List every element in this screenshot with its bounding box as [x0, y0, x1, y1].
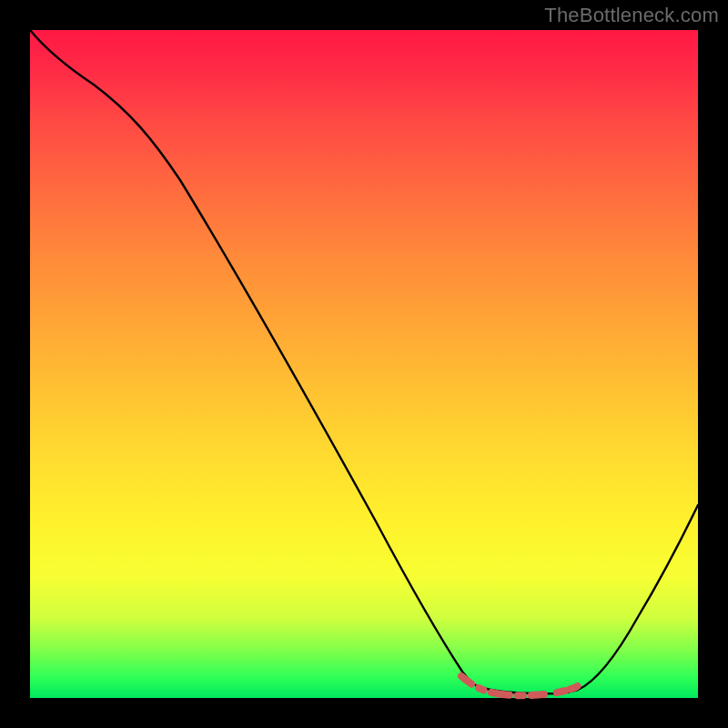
plot-area: [30, 30, 698, 698]
watermark-text: TheBottleneck.com: [544, 4, 719, 27]
curve-layer: [30, 30, 698, 698]
bottleneck-curve: [30, 30, 698, 693]
chart-frame: TheBottleneck.com: [0, 0, 728, 728]
